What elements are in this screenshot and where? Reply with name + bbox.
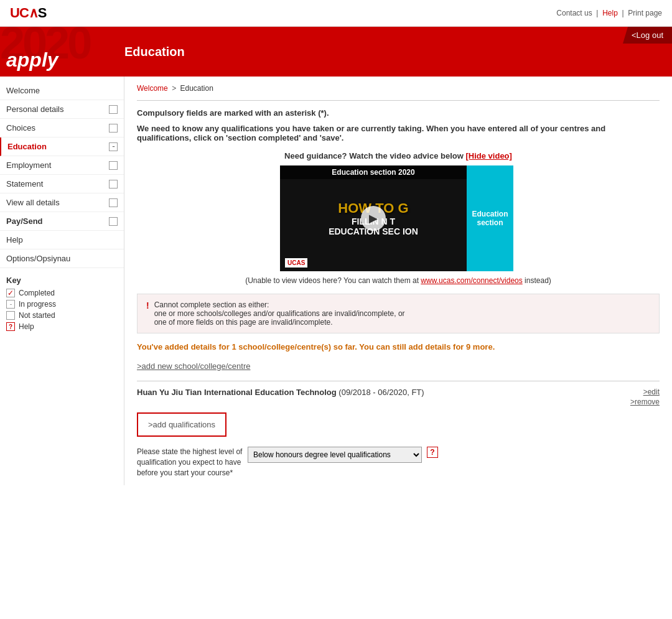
video-side-tab[interactable]: Education section <box>467 165 513 271</box>
qualification-row: Please state the highest level of qualif… <box>137 447 660 478</box>
sidebar-checkbox-statement <box>109 180 118 188</box>
error-text: Cannot complete section as either: one o… <box>154 300 405 327</box>
content-area: Welcome > Education Compulsory fields ar… <box>124 77 672 485</box>
key-item-completed: ✓ Completed <box>6 289 118 297</box>
sidebar-label-help: Help <box>6 235 118 244</box>
sidebar-checkbox-pay-send <box>109 217 118 226</box>
key-title: Key <box>6 276 118 285</box>
help-link[interactable]: Help <box>602 9 618 17</box>
sidebar-checkbox-choices <box>109 124 118 133</box>
video-note: (Unable to view videos here? You can wat… <box>137 276 660 285</box>
sidebar-item-education[interactable]: Education ··· <box>0 137 124 156</box>
guidance-text: Need guidance? Watch the video advice be… <box>137 151 660 161</box>
key-label-in-progress: In progress <box>19 300 56 309</box>
sidebar-item-pay-send[interactable]: Pay/Send <box>0 212 124 231</box>
sidebar-item-options[interactable]: Options/Opsiynau <box>0 249 124 268</box>
school-name: Huan Yu Jiu Tian International Education… <box>137 388 337 397</box>
ucas-logo: UC∧S <box>10 5 46 21</box>
guidance-middle: Watch the video advice below <box>349 151 465 161</box>
play-button[interactable]: ▶ <box>361 206 386 231</box>
breadcrumb-current: Education <box>180 84 213 93</box>
breadcrumb-sep: > <box>172 84 178 93</box>
sidebar-label-education: Education <box>7 142 109 151</box>
contact-us-link[interactable]: Contact us <box>556 9 592 17</box>
key-icon-help: ? <box>6 322 15 331</box>
key-label-completed: Completed <box>19 289 55 297</box>
qual-label: Please state the highest level of qualif… <box>137 447 243 478</box>
sidebar-label-statement: Statement <box>6 179 109 188</box>
guidance-prefix: Need guidance? <box>284 151 347 161</box>
sidebar-label-personal-details: Personal details <box>6 105 109 114</box>
sidebar-status-education: ··· <box>109 142 118 151</box>
error-line2: one or more schools/colleges and/or qual… <box>154 309 405 318</box>
school-dates: (09/2018 - 06/2020, FT) <box>338 388 424 397</box>
sidebar: Welcome Personal details Choices Educati… <box>0 77 124 485</box>
sidebar-item-personal-details[interactable]: Personal details <box>0 100 124 119</box>
hide-video-link[interactable]: [Hide video] <box>465 151 511 161</box>
sidebar-item-view-all[interactable]: View all details <box>0 193 124 212</box>
error-line3: one of more fields on this page are inva… <box>154 318 405 327</box>
compulsory-note: Compulsory fields are marked with an ast… <box>137 108 660 118</box>
add-school-link[interactable]: >add new school/college/centre <box>137 361 660 371</box>
logout-button[interactable]: <Log out <box>623 27 672 44</box>
school-actions: >edit >remove <box>630 388 660 406</box>
key-item-in-progress: ··· In progress <box>6 300 118 309</box>
qual-help-button[interactable]: ? <box>427 447 438 458</box>
video-title-bar: Education section 2020 <box>280 165 467 179</box>
top-bar: UC∧S Contact us | Help | Print page <box>0 0 672 27</box>
info-text: You've added details for 1 school/colleg… <box>137 342 660 351</box>
sidebar-label-employment: Employment <box>6 161 109 170</box>
remove-school-link[interactable]: >remove <box>630 398 660 406</box>
key-section: Key ✓ Completed ··· In progress Not star… <box>0 268 124 338</box>
key-label-not-started: Not started <box>19 311 55 320</box>
error-icon: ! <box>146 300 149 310</box>
video-note-suffix: instead) <box>525 276 551 285</box>
key-item-not-started: Not started <box>6 311 118 320</box>
video-thumbnail[interactable]: Education section 2020 HOW TO G FILLIN N… <box>280 165 467 271</box>
edit-school-link[interactable]: >edit <box>630 388 660 396</box>
divider <box>137 100 660 101</box>
sidebar-label-options: Options/Opsiynau <box>6 254 118 263</box>
breadcrumb-welcome[interactable]: Welcome <box>137 84 168 93</box>
sidebar-label-view-all: View all details <box>6 198 109 207</box>
top-links: Contact us | Help | Print page <box>556 9 662 17</box>
sidebar-item-employment[interactable]: Employment <box>0 156 124 175</box>
key-item-help: ? Help <box>6 322 118 331</box>
key-icon-in-progress: ··· <box>6 300 15 309</box>
print-link[interactable]: Print page <box>628 9 662 17</box>
header-banner: 2020 apply Education <Log out <box>0 27 672 77</box>
sidebar-label-pay-send: Pay/Send <box>6 216 109 226</box>
sidebar-checkbox-employment <box>109 161 118 170</box>
sidebar-label-welcome: Welcome <box>6 86 118 95</box>
qual-select[interactable]: Below honours degree level qualification… <box>248 447 422 463</box>
sidebar-label-choices: Choices <box>6 123 109 133</box>
sidebar-item-help[interactable]: Help <box>0 231 124 249</box>
sidebar-item-choices[interactable]: Choices <box>0 119 124 137</box>
error-line1: Cannot complete section as either: <box>154 300 405 309</box>
main-layout: Welcome Personal details Choices Educati… <box>0 77 672 485</box>
guidance-section: Need guidance? Watch the video advice be… <box>137 151 660 285</box>
video-ucas-logo: UCAS <box>285 258 307 268</box>
school-row: Huan Yu Jiu Tian International Education… <box>137 381 660 412</box>
key-label-help: Help <box>19 322 34 331</box>
school-info: Huan Yu Jiu Tian International Education… <box>137 388 424 397</box>
breadcrumb: Welcome > Education <box>137 84 660 93</box>
sidebar-checkbox-view-all <box>109 198 118 207</box>
key-icon-not-started <box>6 311 15 320</box>
add-qualifications-button[interactable]: >add qualifications <box>137 412 226 437</box>
ucas-videos-link[interactable]: www.ucas.com/connect/videos <box>421 276 522 285</box>
video-note-prefix: (Unable to view videos here? You can wat… <box>245 276 421 285</box>
description-text: We need to know any qualifications you h… <box>137 124 660 142</box>
banner-apply: apply <box>6 49 58 72</box>
sidebar-checkbox-personal-details <box>109 105 118 114</box>
banner-title: Education <box>124 45 185 59</box>
key-icon-completed: ✓ <box>6 289 15 297</box>
sidebar-item-statement[interactable]: Statement <box>0 175 124 193</box>
video-container: Education section 2020 HOW TO G FILLIN N… <box>280 165 516 271</box>
error-box: ! Cannot complete section as either: one… <box>137 294 660 333</box>
sidebar-item-welcome[interactable]: Welcome <box>0 81 124 100</box>
